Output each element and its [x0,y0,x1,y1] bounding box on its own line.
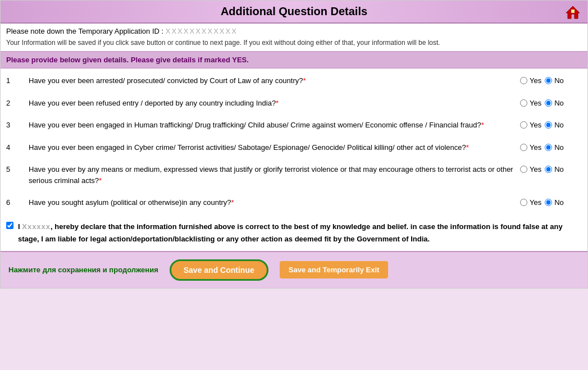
yes-radio[interactable] [520,121,527,129]
question-row: 1 Have you ever been arrested/ prosecute… [6,68,582,91]
no-radio[interactable] [545,199,552,206]
save-continue-button[interactable]: Save and Continue [170,259,268,281]
page-title: Additional Question Details [221,5,367,17]
yes-radio[interactable] [520,144,527,151]
no-label[interactable]: No [545,121,564,129]
declaration-text: I Xxxxxx, hereby declare that the inform… [18,221,582,245]
no-label[interactable]: No [545,198,564,207]
home-icon[interactable] [565,4,581,20]
yes-label[interactable]: Yes [520,121,541,129]
question-text: Have you ever been engaged in Human traf… [29,120,520,131]
page-wrapper: Additional Question Details Please note … [0,0,588,289]
no-radio[interactable] [545,166,552,173]
question-options: Yes No [520,120,582,129]
app-id-label: Please note down the Temporary Applicati… [6,27,163,35]
question-text: Have you ever by any means or medium, ex… [29,164,520,186]
question-row: 6 Have you sought asylum (political or o… [6,190,582,213]
yes-label[interactable]: Yes [520,76,541,85]
question-number: 4 [6,142,29,152]
asterisk: * [303,76,306,85]
question-row: 4 Have you ever been engaged in Cyber cr… [6,135,582,158]
asterisk: * [466,143,469,152]
save-exit-button[interactable]: Save and Temporarily Exit [280,261,389,278]
no-label[interactable]: No [545,165,564,173]
question-row: 5 Have you ever by any means or medium, … [6,157,582,190]
yes-radio[interactable] [520,166,527,173]
declaration-section: I Xxxxxx, hereby declare that the inform… [1,213,587,251]
question-text: Have you sought asylum (political or oth… [29,197,520,208]
section-header: Please provide below given details. Plea… [1,51,587,68]
yes-label[interactable]: Yes [520,165,541,173]
no-radio[interactable] [545,77,552,84]
info-text: Your Information will be saved if you cl… [1,38,587,51]
declaration-checkbox[interactable] [6,222,13,229]
yes-radio[interactable] [520,77,527,84]
question-row: 3 Have you ever been engaged in Human tr… [6,113,582,135]
question-options: Yes No [520,98,582,107]
question-options: Yes No [520,75,582,85]
no-radio[interactable] [545,144,552,151]
yes-label[interactable]: Yes [520,198,541,207]
question-number: 5 [6,164,29,173]
question-number: 1 [6,75,29,85]
yes-label[interactable]: Yes [520,99,541,107]
yes-radio[interactable] [520,99,527,107]
asterisk: * [276,99,279,107]
question-options: Yes No [520,197,582,207]
asterisk: * [481,121,484,129]
no-label[interactable]: No [545,99,564,107]
footer-hint: Нажмите для сохранения и продолжения [8,266,158,274]
no-label[interactable]: No [545,143,564,152]
page-header: Additional Question Details [1,1,587,24]
question-options: Yes No [520,142,582,152]
asterisk: * [231,198,234,207]
question-number: 2 [6,98,29,107]
question-number: 3 [6,120,29,129]
question-text: Have you ever been engaged in Cyber crim… [29,142,520,153]
question-text: Have you ever been arrested/ prosecuted/… [29,75,520,86]
question-number: 6 [6,197,29,207]
svg-rect-1 [571,10,575,13]
yes-label[interactable]: Yes [520,143,541,152]
app-id-value: XXXXXXXXXXXX [166,27,238,35]
questions-section: 1 Have you ever been arrested/ prosecute… [1,68,587,213]
no-radio[interactable] [545,99,552,107]
footer: Нажмите для сохранения и продолжения Sav… [1,251,587,288]
yes-radio[interactable] [520,199,527,206]
no-label[interactable]: No [545,76,564,85]
asterisk: * [99,176,102,185]
question-text: Have you ever been refused entry / depor… [29,98,520,109]
question-row: 2 Have you ever been refused entry / dep… [6,91,582,113]
app-id-row: Please note down the Temporary Applicati… [1,24,587,38]
question-options: Yes No [520,164,582,173]
no-radio[interactable] [545,121,552,129]
declarant-name: Xxxxxx [22,222,51,231]
